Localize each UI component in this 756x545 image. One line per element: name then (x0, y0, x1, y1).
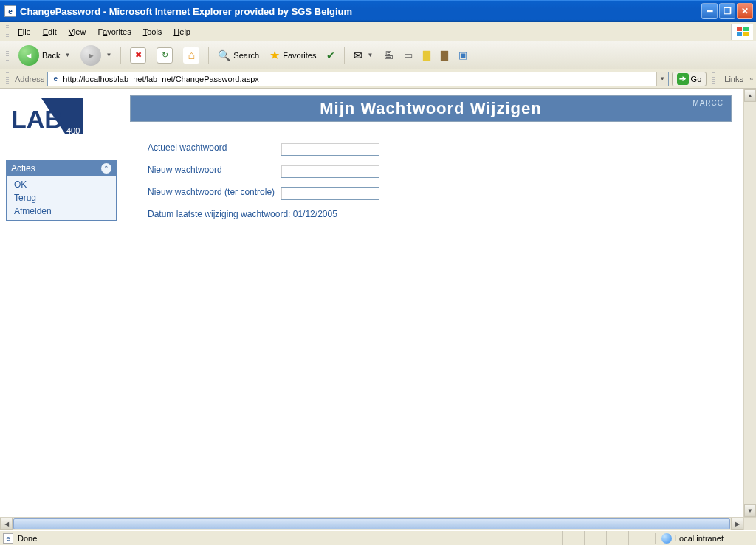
edit-button[interactable]: ▭ (400, 47, 416, 63)
chevron-down-icon: ▼ (64, 52, 70, 58)
new-password-label: Nieuw wachtwoord (148, 165, 281, 175)
svg-text:LAB: LAB (11, 105, 63, 133)
scroll-corner (743, 518, 756, 530)
history-icon: ✔ (326, 49, 335, 61)
confirm-password-label: Nieuw wachtwoord (ter controle) (148, 187, 281, 197)
menu-tools[interactable]: Tools (137, 26, 168, 38)
search-icon: 🔍 (218, 49, 230, 61)
ie-app-icon: e (4, 5, 16, 17)
search-button[interactable]: 🔍 Search (214, 47, 263, 64)
security-zone: Local intranet (655, 533, 753, 544)
svg-rect-1 (743, 27, 749, 31)
stop-icon: ✖ (135, 50, 142, 60)
intranet-icon (662, 533, 672, 544)
status-cell (584, 531, 606, 545)
scroll-left-button[interactable]: ◀ (0, 518, 13, 530)
vertical-scrollbar[interactable]: ▲ ▼ (743, 89, 756, 517)
toolbar-grip[interactable] (6, 25, 9, 38)
forward-icon: ► (80, 45, 101, 66)
toolbar-grip[interactable] (712, 72, 715, 86)
chevron-right-icon[interactable]: » (749, 75, 753, 83)
print-icon: 🖶 (383, 49, 394, 61)
action-back[interactable]: Terug (7, 191, 116, 205)
back-label: Back (42, 51, 60, 60)
action-ok[interactable]: OK (7, 178, 116, 191)
actions-panel-header[interactable]: Acties ⌃ (7, 161, 116, 176)
history-button[interactable]: ✔ (323, 47, 339, 64)
address-input-wrap: e ▼ (47, 72, 668, 86)
toolbar-grip[interactable] (6, 72, 9, 86)
go-label: Go (691, 75, 702, 83)
links-label[interactable]: Links (721, 75, 746, 83)
current-user-label: MARCC (693, 99, 724, 107)
window-close-button[interactable]: ✕ (737, 3, 753, 19)
address-input[interactable] (63, 75, 656, 83)
new-password-input[interactable] (281, 165, 379, 178)
scroll-right-button[interactable]: ▶ (731, 518, 743, 530)
lab400-logo: LAB 400 (9, 97, 86, 138)
chevron-down-icon: ▼ (106, 52, 111, 58)
address-label: Address (15, 75, 44, 83)
current-password-input[interactable] (281, 143, 379, 156)
page-icon: e (49, 73, 61, 85)
go-button[interactable]: ➔ Go (672, 72, 707, 86)
edit-icon: ▭ (404, 49, 413, 61)
actions-panel-title: Acties (11, 163, 35, 174)
toolbar-grip[interactable] (6, 49, 9, 62)
zone-label: Local intranet (675, 534, 724, 543)
current-password-label: Actueel wachtwoord (148, 143, 281, 153)
svg-rect-2 (737, 32, 742, 36)
page-title: Mijn Wachtwoord Wijzigen (320, 99, 541, 118)
forward-button[interactable]: ► ▼ (77, 43, 115, 68)
scroll-thumb[interactable] (13, 518, 730, 529)
status-bar: e Done Local intranet (0, 530, 756, 545)
scroll-up-button[interactable]: ▲ (744, 89, 756, 102)
menu-edit[interactable]: Edit (37, 26, 63, 38)
confirm-password-input[interactable] (281, 187, 379, 200)
refresh-button[interactable]: ↻ (153, 45, 176, 66)
menu-favorites[interactable]: Favorites (92, 26, 137, 38)
scroll-down-button[interactable]: ▼ (744, 504, 756, 517)
address-dropdown-button[interactable]: ▼ (656, 72, 668, 86)
page-status-icon: e (3, 533, 13, 544)
mail-button[interactable]: ✉▼ (350, 47, 377, 64)
status-cell (628, 531, 650, 545)
research-button[interactable]: ▇ (437, 47, 452, 63)
actions-panel: Acties ⌃ OK Terug Afmelden (6, 160, 117, 221)
svg-rect-0 (737, 27, 742, 31)
page-header-band: Mijn Wachtwoord Wijzigen MARCC (130, 95, 732, 122)
back-button[interactable]: ◄ Back ▼ (15, 43, 74, 68)
mail-icon: ✉ (354, 49, 362, 61)
svg-text:400: 400 (66, 126, 80, 135)
window-restore-button[interactable]: ❐ (719, 3, 735, 19)
discuss-button[interactable]: ▇ (419, 47, 434, 63)
search-label: Search (233, 51, 259, 60)
navigation-toolbar: ◄ Back ▼ ► ▼ ✖ ↻ ⌂ 🔍 Search ★ Favorites … (0, 41, 756, 69)
scroll-track[interactable] (744, 102, 756, 504)
home-button[interactable]: ⌂ (179, 45, 203, 66)
window-titlebar: e ChangePassword - Microsoft Internet Ex… (0, 0, 756, 22)
toolbar-separator (208, 47, 209, 64)
window-title: ChangePassword - Microsoft Internet Expl… (20, 6, 700, 17)
favorites-label: Favorites (283, 51, 316, 60)
toolbar-separator (120, 47, 121, 64)
menu-help[interactable]: Help (168, 26, 196, 38)
action-logout[interactable]: Afmelden (7, 205, 116, 218)
toolbar-separator (344, 47, 345, 64)
menu-bar: File Edit View Favorites Tools Help (0, 22, 756, 41)
status-cell (562, 531, 584, 545)
window-minimize-button[interactable]: ━ (701, 3, 718, 19)
print-button[interactable]: 🖶 (379, 47, 397, 64)
address-bar: Address e ▼ ➔ Go Links » (0, 69, 756, 89)
note-icon: ▇ (423, 49, 430, 61)
collapse-icon[interactable]: ⌃ (101, 163, 111, 174)
change-password-form: Actueel wachtwoord Nieuw wachtwoord Nieu… (148, 143, 738, 219)
menu-file[interactable]: File (12, 26, 37, 38)
messenger-button[interactable]: ▣ (455, 47, 471, 63)
horizontal-scrollbar[interactable]: ◀ ▶ (0, 517, 756, 530)
research-icon: ▇ (441, 49, 448, 61)
home-icon: ⌂ (188, 49, 195, 62)
menu-view[interactable]: View (63, 26, 92, 38)
favorites-button[interactable]: ★ Favorites (266, 46, 320, 64)
stop-button[interactable]: ✖ (126, 45, 150, 66)
